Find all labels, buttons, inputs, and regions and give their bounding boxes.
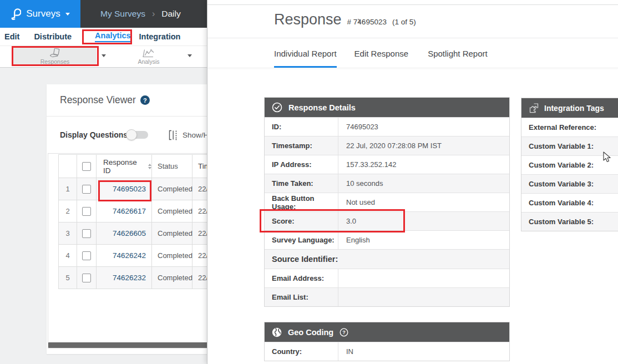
responses-hand-icon — [49, 48, 61, 58]
next-response-chevron[interactable]: › — [357, 14, 361, 26]
row-number: 3 — [59, 223, 77, 244]
row-checkbox-cell — [77, 245, 97, 266]
responses-caret-down-icon[interactable] — [102, 54, 106, 57]
tab-spotlight-report[interactable]: Spotlight Report — [428, 44, 488, 68]
detail-row-score: Score: 3.0 — [265, 211, 509, 230]
analysis-caret-down-icon[interactable] — [188, 54, 192, 57]
detail-label: Timestamp: — [265, 136, 338, 155]
help-icon[interactable]: ? — [140, 95, 150, 105]
integration-tags-header: Integration Tags — [521, 98, 618, 118]
row-number: 4 — [59, 245, 77, 266]
detail-value: 22 Jul, 2020 07:28:08 PM IST — [338, 136, 509, 155]
status-value: Completed — [152, 178, 193, 200]
detail-value: Not used — [338, 193, 509, 211]
integration-tag-row: External Reference: — [521, 118, 618, 136]
tab-edit[interactable]: Edit — [4, 32, 19, 41]
detail-value: 3.0 — [338, 212, 509, 230]
brand-product-label: Surveys — [26, 8, 60, 19]
detail-row: IP Address: 157.33.252.142 — [265, 155, 509, 174]
row-checkbox-cell — [77, 178, 97, 200]
table-row[interactable]: 5 74626232 Completed 22/ — [59, 267, 223, 289]
integration-tag-row: Custom Variable 3: — [521, 174, 618, 193]
analysis-button[interactable]: Analysis — [121, 47, 176, 66]
row-checkbox[interactable] — [82, 251, 91, 260]
tab-edit-response[interactable]: Edit Response — [354, 44, 409, 68]
check-circle-icon — [272, 102, 282, 113]
display-questions-toggle[interactable] — [128, 131, 148, 139]
integration-tags-section: Integration Tags External Reference: Cus… — [521, 98, 618, 231]
detail-label: Source Identifier: — [265, 250, 509, 269]
table-row[interactable]: 4 74626242 Completed 22/ — [59, 245, 223, 267]
breadcrumb-current-survey[interactable]: Daily — [161, 9, 180, 19]
source-identifier-row: Source Identifier: — [265, 249, 509, 269]
table-row[interactable]: 2 74626617 Completed 22/ — [59, 200, 223, 223]
geo-coding-header: Geo Coding ? — [265, 322, 509, 342]
show-hide-columns-control[interactable]: Show/H — [169, 130, 209, 140]
status-value: Completed — [152, 223, 193, 244]
response-details-header: Response Details — [265, 98, 509, 117]
integration-tag-row: Custom Variable 1: — [521, 136, 618, 155]
row-checkbox[interactable] — [82, 274, 91, 282]
detail-label: Country: — [265, 342, 338, 361]
help-outline-icon[interactable]: ? — [340, 328, 348, 337]
sort-icon — [148, 164, 151, 169]
response-id-link[interactable]: 74695023 — [97, 178, 152, 200]
page-title: Response Viewer — [60, 94, 136, 106]
row-checkbox[interactable] — [82, 185, 91, 194]
geo-coding-section: Geo Coding ? Country: IN — [264, 322, 510, 361]
row-number: 5 — [59, 267, 77, 289]
row-checkbox[interactable] — [82, 229, 91, 238]
detail-row: ID: 74695023 — [265, 117, 509, 136]
detail-label: Email Address: — [265, 269, 338, 287]
detail-label: ID: — [265, 118, 338, 136]
detail-label: Time Taken: — [265, 174, 338, 193]
response-id-header[interactable]: Response ID — [97, 155, 152, 178]
panel-tabs: Individual Report Edit Response Spotligh… — [274, 44, 488, 68]
analysis-button-label: Analysis — [138, 58, 159, 65]
table-row[interactable]: 1 74695023 Completed 22/ — [59, 178, 223, 200]
panel-top-border — [207, 4, 618, 5]
response-detail-panel: Response # 74695023 (1 of 5) › Individua… — [207, 0, 618, 364]
responses-table: Response ID Status Tim 1 74695023 Comple… — [58, 154, 223, 289]
select-all-checkbox[interactable] — [82, 162, 91, 171]
integration-tag-row: Custom Variable 5: — [521, 212, 618, 231]
divider — [47, 116, 213, 117]
divider — [207, 38, 618, 38]
analysis-chart-icon — [142, 49, 155, 58]
status-value: Completed — [152, 267, 193, 289]
panel-header: Response # 74695023 (1 of 5) — [274, 11, 416, 28]
breadcrumb-my-surveys[interactable]: My Surveys — [100, 9, 145, 19]
detail-value: 10 seconds — [338, 174, 509, 193]
tab-analytics[interactable]: Analytics — [95, 31, 130, 42]
tab-integration[interactable]: Integration — [139, 32, 181, 41]
brand-menu[interactable]: Surveys — [0, 0, 80, 28]
responses-button[interactable]: Responses — [13, 47, 97, 66]
survey-nav-tabs: Edit Distribute Analytics Integration — [0, 28, 207, 46]
section-title: Integration Tags — [544, 104, 604, 113]
response-id-link[interactable]: 74626242 — [97, 245, 152, 266]
detail-label: Back Button Usage: — [265, 193, 338, 211]
questionpro-logo-icon — [11, 7, 21, 21]
response-id-link[interactable]: 74626617 — [97, 200, 152, 222]
response-details-section: Response Details ID: 74695023 Timestamp:… — [264, 97, 510, 307]
row-checkbox[interactable] — [82, 207, 91, 216]
detail-row: Country: IN — [265, 342, 509, 361]
tab-distribute[interactable]: Distribute — [34, 32, 72, 41]
table-row[interactable]: 3 74626605 Completed 22/ — [59, 223, 223, 245]
status-header: Status — [152, 155, 193, 178]
detail-row: Time Taken: 10 seconds — [265, 174, 509, 193]
section-title: Geo Coding — [288, 328, 333, 337]
response-id-link[interactable]: 74626232 — [97, 267, 152, 289]
panel-response-number: # 74695023 — [347, 18, 387, 26]
detail-row: Email List: — [265, 287, 509, 306]
detail-value: IN — [338, 342, 509, 361]
status-value: Completed — [152, 245, 193, 266]
detail-row: Back Button Usage: Not used — [265, 193, 509, 211]
detail-value: 74695023 — [338, 118, 509, 136]
response-id-link[interactable]: 74626605 — [97, 223, 152, 244]
detail-row: Survey Language: English — [265, 230, 509, 249]
integration-tag-row: Custom Variable 2: — [521, 155, 618, 174]
tab-individual-report[interactable]: Individual Report — [274, 44, 337, 68]
horizontal-scrollbar[interactable] — [48, 342, 210, 348]
row-checkbox-cell — [77, 267, 97, 289]
